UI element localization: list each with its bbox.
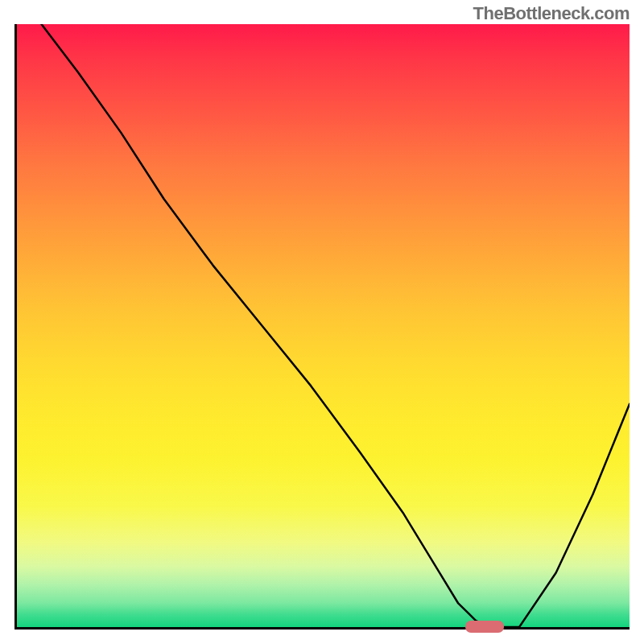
chart-plot-area (14, 24, 630, 630)
optimal-marker (465, 621, 504, 633)
chart-curve (17, 24, 630, 627)
site-watermark: TheBottleneck.com (473, 3, 630, 24)
